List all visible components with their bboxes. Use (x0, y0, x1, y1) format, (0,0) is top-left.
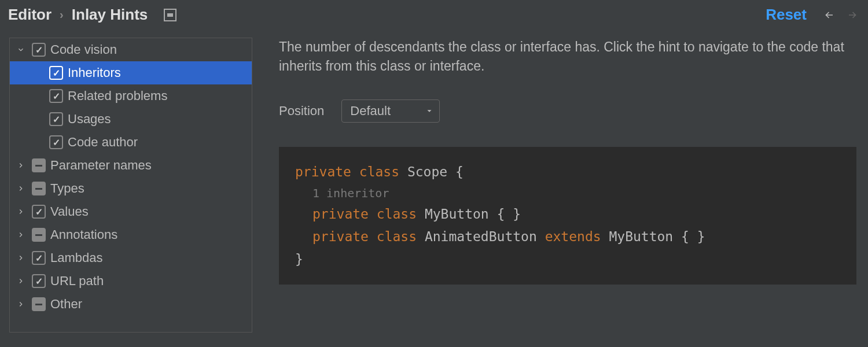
tree-item-inheritors[interactable]: Inheritors (10, 61, 252, 84)
nav-arrows (824, 10, 858, 20)
chevron-right-icon[interactable] (14, 184, 27, 193)
chevron-right-icon[interactable] (14, 161, 27, 169)
chevron-right-icon[interactable] (14, 231, 27, 239)
chevron-right-icon[interactable] (14, 300, 27, 308)
tree-label: Parameter names (50, 158, 152, 173)
tree-item-other[interactable]: Other (10, 293, 252, 316)
position-setting: Position Default (279, 99, 856, 123)
tree-label: Types (50, 181, 84, 196)
checkbox-icon[interactable] (32, 158, 46, 172)
inheritor-hint[interactable]: 1 inheritor (295, 183, 840, 203)
tree-item-code-author[interactable]: Code author (10, 131, 252, 154)
tree-item-code-vision[interactable]: Code vision (10, 38, 252, 61)
hint-description: The number of descendants the class or i… (279, 38, 856, 76)
checkbox-icon[interactable] (32, 43, 46, 57)
detail-panel: The number of descendants the class or i… (252, 33, 868, 333)
tree-item-related-problems[interactable]: Related problems (10, 84, 252, 108)
breadcrumb-current: Inlay Hints (72, 6, 148, 24)
tree-label: Other (50, 297, 82, 312)
tree-item-parameter-names[interactable]: Parameter names (10, 154, 252, 177)
tree-item-annotations[interactable]: Annotations (10, 223, 252, 246)
tree-item-usages[interactable]: Usages (10, 108, 252, 131)
tree-label: Values (50, 204, 89, 219)
tree-label: Usages (68, 112, 111, 127)
hint-tree[interactable]: Code vision Inheritors Related problems … (9, 38, 252, 333)
tree-label: URL path (50, 274, 104, 289)
checkbox-icon[interactable] (49, 89, 63, 103)
chevron-right-icon[interactable] (14, 277, 27, 285)
tree-label: Annotations (50, 227, 117, 242)
checkbox-icon[interactable] (32, 205, 46, 219)
chevron-down-icon[interactable] (14, 46, 27, 54)
checkbox-icon[interactable] (32, 228, 46, 242)
settings-header: Editor › Inlay Hints Reset (0, 0, 868, 33)
checkbox-icon[interactable] (49, 66, 63, 80)
code-preview: private class Scope { 1 inheritor privat… (279, 147, 856, 285)
breadcrumb-sep: › (60, 8, 64, 21)
position-dropdown[interactable]: Default (341, 99, 440, 123)
checkbox-icon[interactable] (32, 251, 46, 265)
breadcrumb: Editor › Inlay Hints (8, 6, 766, 24)
chevron-right-icon[interactable] (14, 254, 27, 262)
reset-button[interactable]: Reset (766, 6, 807, 24)
breadcrumb-root[interactable]: Editor (8, 6, 52, 24)
forward-icon (847, 10, 858, 20)
tree-label: Code vision (50, 42, 117, 57)
dropdown-value: Default (350, 104, 391, 118)
tree-label: Inheritors (68, 65, 121, 80)
tree-item-url-path[interactable]: URL path (10, 270, 252, 293)
chevron-right-icon[interactable] (14, 208, 27, 216)
collapse-panel-icon[interactable] (164, 9, 176, 21)
tree-label: Lambdas (50, 250, 103, 265)
checkbox-icon[interactable] (32, 297, 46, 311)
checkbox-icon[interactable] (49, 135, 63, 149)
position-label: Position (279, 104, 324, 119)
tree-item-lambdas[interactable]: Lambdas (10, 246, 252, 270)
checkbox-icon[interactable] (32, 182, 46, 195)
tree-item-types[interactable]: Types (10, 177, 252, 200)
tree-item-values[interactable]: Values (10, 200, 252, 223)
back-icon[interactable] (824, 10, 834, 20)
tree-label: Code author (68, 135, 138, 150)
checkbox-icon[interactable] (32, 274, 46, 288)
checkbox-icon[interactable] (49, 112, 63, 126)
tree-label: Related problems (68, 88, 167, 104)
chevron-down-icon (425, 107, 433, 115)
